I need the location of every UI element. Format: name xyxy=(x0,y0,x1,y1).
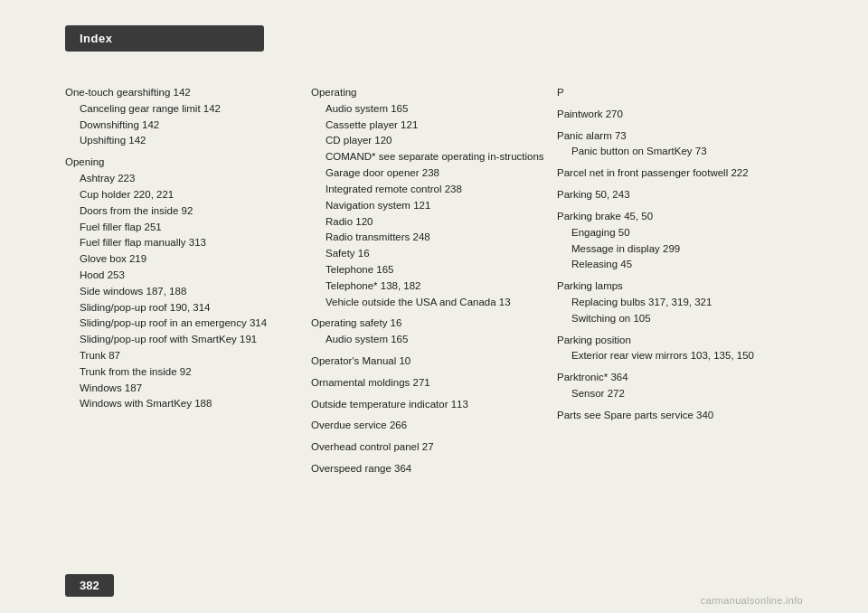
index-entry: Operator's Manual 10 xyxy=(311,354,546,370)
index-entry: Garage door opener 238 xyxy=(311,165,546,182)
index-entry: Operating safety 16 xyxy=(311,316,546,332)
index-entry: Radio transmitters 248 xyxy=(311,230,546,246)
index-entry: COMAND* see separate operating in-struct… xyxy=(311,149,546,165)
index-entry: Message in display 299 xyxy=(557,241,792,258)
index-entry: Telephone 165 xyxy=(311,262,546,278)
index-entry: Operating xyxy=(311,85,546,101)
index-entry: Replacing bulbs 317, 319, 321 xyxy=(557,295,792,311)
index-entry: Canceling gear range limit 142 xyxy=(65,101,300,118)
index-entry: Radio 120 xyxy=(311,214,546,231)
index-entry: Windows with SmartKey 188 xyxy=(65,396,300,412)
index-entry: Hood 253 xyxy=(65,268,300,284)
index-entry: Navigation system 121 xyxy=(311,198,546,214)
index-entry: Safety 16 xyxy=(311,246,546,262)
index-entry: Sliding/pop-up roof with SmartKey 191 xyxy=(65,332,300,348)
column-col3: PPaintwork 270Panic alarm 73Panic button… xyxy=(557,80,803,559)
index-entry: CD player 120 xyxy=(311,133,546,149)
index-entry: Overdue service 266 xyxy=(311,418,546,434)
index-entry: Overhead control panel 27 xyxy=(311,439,546,456)
index-entry: Windows 187 xyxy=(65,381,300,397)
index-entry: Overspeed range 364 xyxy=(311,461,546,477)
index-entry: Engaging 50 xyxy=(557,225,792,241)
index-entry: Audio system 165 xyxy=(311,101,546,118)
index-entry: Releasing 45 xyxy=(557,257,792,273)
index-entry: Doors from the inside 92 xyxy=(65,203,300,220)
index-entry: Sliding/pop-up roof in an emergency 314 xyxy=(65,316,300,332)
index-entry: Glove box 219 xyxy=(65,251,300,268)
index-entry: Parking position xyxy=(557,333,792,349)
index-entry: Cassette player 121 xyxy=(311,118,546,134)
index-entry: Outside temperature indicator 113 xyxy=(311,397,546,413)
index-entry: Parts see Spare parts service 340 xyxy=(557,408,792,424)
column-col1: One-touch gearshifting 142Canceling gear… xyxy=(65,80,311,559)
index-entry: Parcel net in front passenger footwell 2… xyxy=(557,165,792,182)
index-entry: Sensor 272 xyxy=(557,386,792,402)
index-entry: Sliding/pop-up roof 190, 314 xyxy=(65,300,300,316)
index-entry: Opening xyxy=(65,155,300,171)
index-entry: One-touch gearshifting 142 xyxy=(65,85,300,101)
index-entry: Fuel filler flap 251 xyxy=(65,220,300,236)
index-entry: Telephone* 138, 182 xyxy=(311,278,546,295)
index-entry: Cup holder 220, 221 xyxy=(65,187,300,203)
index-entry: Side windows 187, 188 xyxy=(65,284,300,300)
index-entry: Parking 50, 243 xyxy=(557,187,792,203)
column-col2: OperatingAudio system 165Cassette player… xyxy=(311,80,557,559)
index-entry: Ashtray 223 xyxy=(65,171,300,187)
index-header-text: Index xyxy=(80,32,112,45)
index-header: Index xyxy=(65,25,264,52)
index-entry: Fuel filler flap manually 313 xyxy=(65,235,300,251)
index-entry: Integrated remote control 238 xyxy=(311,182,546,198)
index-entry: Panic button on SmartKey 73 xyxy=(557,144,792,160)
watermark: carmanualsonline.info xyxy=(701,595,803,606)
content-area: One-touch gearshifting 142Canceling gear… xyxy=(65,80,803,559)
index-entry: Vehicle outside the USA and Canada 13 xyxy=(311,295,546,311)
index-entry: Exterior rear view mirrors 103, 135, 150 xyxy=(557,348,792,364)
index-entry: Parktronic* 364 xyxy=(557,370,792,386)
index-entry: P xyxy=(557,85,792,101)
index-entry: Trunk from the inside 92 xyxy=(65,364,300,381)
index-entry: Audio system 165 xyxy=(311,332,546,348)
index-entry: Parking brake 45, 50 xyxy=(557,209,792,225)
index-entry: Ornamental moldings 271 xyxy=(311,375,546,391)
index-entry: Upshifting 142 xyxy=(65,133,300,149)
index-entry: Downshifting 142 xyxy=(65,118,300,134)
index-entry: Trunk 87 xyxy=(65,348,300,364)
index-entry: Switching on 105 xyxy=(557,311,792,327)
page-number-bar: 382 xyxy=(65,574,114,597)
index-entry: Panic alarm 73 xyxy=(557,128,792,145)
index-entry: Paintwork 270 xyxy=(557,107,792,123)
page-container: Index One-touch gearshifting 142Cancelin… xyxy=(0,0,868,613)
index-entry: Parking lamps xyxy=(557,278,792,295)
